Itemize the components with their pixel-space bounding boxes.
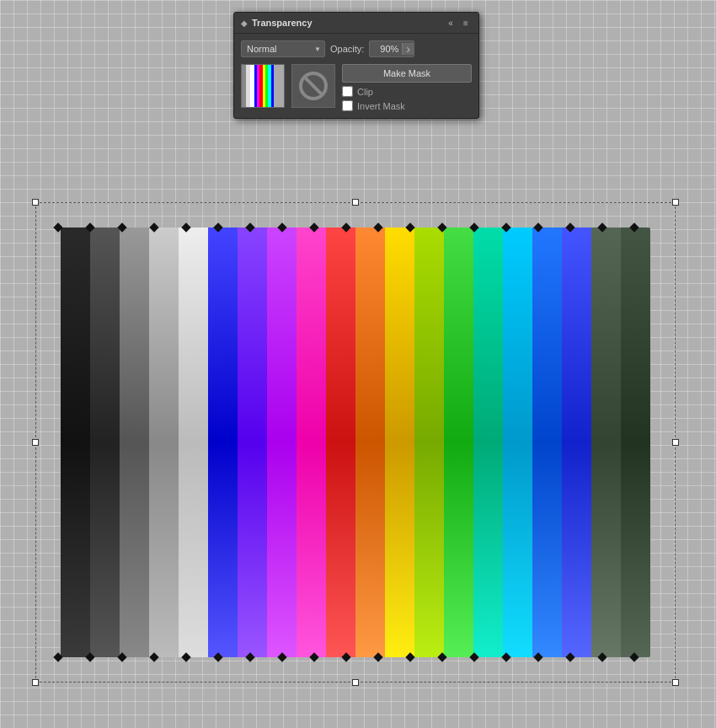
artwork [61, 228, 650, 657]
thumbnail-stripes [242, 65, 284, 107]
bar-18 [562, 228, 591, 657]
opacity-label: Opacity: [330, 44, 364, 54]
panel-title-row: ◆ Transparency [241, 18, 313, 28]
clip-checkbox[interactable] [342, 86, 353, 97]
bar-4 [149, 228, 179, 657]
bar-16 [503, 228, 532, 657]
blend-mode-select[interactable]: Normal [241, 40, 325, 57]
panel-window-controls: « ≡ [445, 17, 472, 29]
opacity-input-wrapper: › [369, 40, 414, 57]
bar-3 [120, 228, 149, 657]
layer-thumbnail[interactable] [241, 64, 285, 108]
make-mask-button[interactable]: Make Mask [342, 64, 472, 83]
artwork-container [35, 202, 676, 682]
no-mask-icon [299, 72, 328, 100]
handle-middle-left[interactable] [32, 439, 39, 446]
bar-9 [297, 228, 326, 657]
invert-mask-checkbox[interactable] [342, 100, 353, 111]
clip-row: Clip [342, 86, 472, 97]
bar-14 [444, 228, 473, 657]
bar-7 [238, 228, 267, 657]
handle-top-left[interactable] [32, 199, 39, 206]
panel-diamond-icon: ◆ [241, 19, 248, 28]
handle-bottom-center[interactable] [352, 679, 359, 686]
panel-body: Normal Opacity: › Make Mask [234, 34, 478, 118]
bar-11 [355, 228, 385, 657]
color-bars [61, 228, 650, 657]
panel-menu-button[interactable]: ≡ [460, 17, 472, 29]
panel-collapse-button[interactable]: « [445, 17, 457, 29]
mask-options: Make Mask Clip Invert Mask [342, 64, 472, 111]
bar-10 [326, 228, 355, 657]
invert-mask-label: Invert Mask [357, 101, 405, 111]
handle-top-right[interactable] [672, 199, 679, 206]
handle-middle-right[interactable] [672, 439, 679, 446]
handle-bottom-right[interactable] [672, 679, 679, 686]
opacity-stepper[interactable]: › [402, 43, 414, 55]
bar-17 [532, 228, 562, 657]
bar-6 [208, 228, 238, 657]
bar-8 [267, 228, 297, 657]
transparency-panel: ◆ Transparency « ≡ Normal Opacity: › [233, 12, 479, 119]
opacity-input[interactable] [370, 41, 402, 56]
handle-bottom-left[interactable] [32, 679, 39, 686]
bar-1 [61, 228, 90, 657]
bar-2 [90, 228, 120, 657]
invert-mask-row: Invert Mask [342, 100, 472, 111]
bar-20 [621, 228, 650, 657]
handle-top-center[interactable] [352, 199, 359, 206]
mask-row: Make Mask Clip Invert Mask [241, 64, 472, 111]
bar-15 [473, 228, 503, 657]
mask-placeholder[interactable] [291, 64, 335, 108]
blend-mode-wrapper: Normal [241, 40, 325, 57]
panel-header[interactable]: ◆ Transparency « ≡ [234, 13, 478, 34]
bar-5 [179, 228, 208, 657]
clip-label: Clip [357, 87, 373, 97]
blend-opacity-row: Normal Opacity: › [241, 40, 472, 57]
bar-12 [385, 228, 414, 657]
bar-13 [414, 228, 444, 657]
panel-title: Transparency [252, 18, 313, 28]
bar-19 [591, 228, 621, 657]
